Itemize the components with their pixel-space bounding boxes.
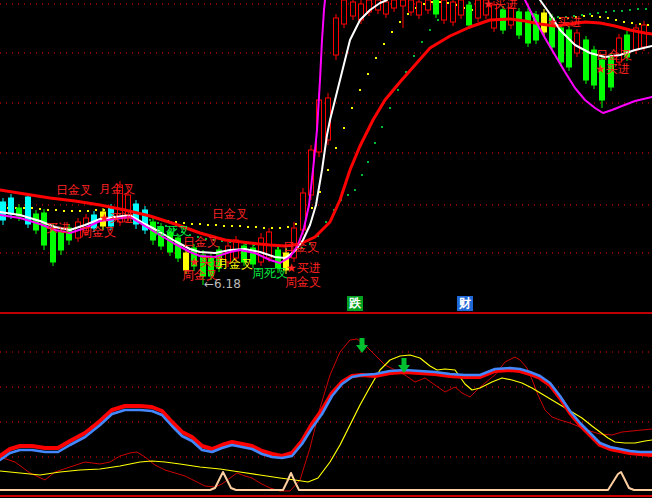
chart-canvas <box>0 0 652 498</box>
candlestick-series <box>1 0 647 285</box>
green-dotted-ma <box>149 2 647 250</box>
indicator-lines <box>0 339 652 491</box>
stock-chart-screen: 日金叉月金叉★买进买进周金叉日金叉月死叉日金叉★买进周金叉月金叉周死叉日金叉★买… <box>0 0 652 498</box>
